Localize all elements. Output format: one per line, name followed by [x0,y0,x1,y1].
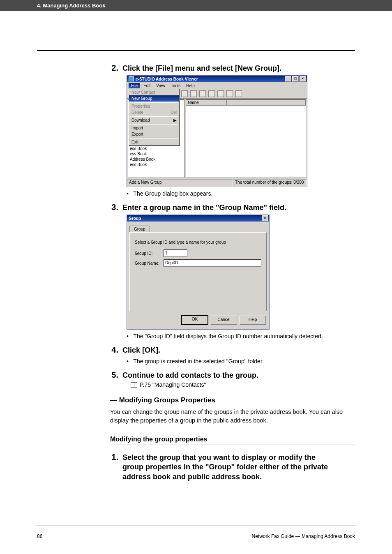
cancel-button[interactable]: Cancel [211,316,237,325]
toolbar-icon[interactable] [181,90,188,97]
step-3-title: Enter a group name in the "Group Name" f… [122,203,286,212]
screenshot-group-dialog: Group × Group Select a Group ID and type… [127,215,270,330]
list-header-name[interactable]: Name [186,100,227,105]
tab-group[interactable]: Group [129,226,150,232]
menu-bar: File Edit View Tools Help New Contact Ne… [127,82,307,89]
step-3: 3. Enter a group name in the "Group Name… [37,203,355,212]
dialog-instruction: Select a Group ID and type a name for yo… [135,240,261,245]
close-button[interactable]: × [300,76,306,82]
step-4-title: Click [OK]. [122,346,160,355]
dialog-titlebar: Group × [127,215,269,222]
tree-item[interactable]: ess Book [130,151,182,157]
list-header-blank[interactable] [227,100,306,105]
file-menu-properties[interactable]: Properties [129,103,179,109]
dialog-title: Group [129,216,141,221]
file-menu-dropdown: New Contact New Group Properties Delete … [129,89,180,145]
toolbar-icon[interactable] [208,90,215,97]
menu-help[interactable]: Help [184,83,197,88]
modify-step-1: 1. Select the group that you want to dis… [37,452,355,482]
step-4: 4. Click [OK]. [37,345,355,355]
list-header-row: Name [186,100,306,106]
section-subtitle: Modifying the group properties [110,436,355,445]
tab-panel: Select a Group ID and type a name for yo… [129,232,267,311]
step-5-crossref: P.75 "Managing Contacts" [131,381,355,388]
toolbar-icon[interactable] [199,90,206,97]
file-menu-export[interactable]: Export [129,131,179,137]
step-4-result: • The group is created in the selected "… [127,358,355,365]
step-5-number: 5. [107,370,118,380]
maximize-button[interactable]: □ [292,76,299,82]
step-3-result: • The "Group ID" field displays the Grou… [127,333,355,339]
submenu-arrow-icon: ▶ [173,118,177,122]
dialog-button-row: OK Cancel Help [127,314,269,329]
step-5: 5. Continue to add contacts to the group… [37,370,355,380]
step-4-number: 4. [107,345,118,355]
tab-strip: Group [127,222,269,232]
page-footer: 86 Network Fax Guide — Managing Address … [37,533,355,539]
page-number: 86 [37,533,42,539]
step-5-title: Continue to add contacts to the group. [122,371,258,380]
file-menu-download[interactable]: Download ▶ [129,117,179,123]
bottom-divider [37,526,355,526]
ok-button[interactable]: OK [181,315,208,325]
screenshot-address-book-viewer: e-STUDIO Address Book Viewer _ □ × File … [127,75,307,187]
step-2-result: • The Group dialog box appears. [127,190,355,197]
window-titlebar: e-STUDIO Address Book Viewer _ □ × [127,76,307,82]
group-name-field[interactable]: Dept01 [164,259,261,267]
section-body: You can change the group name of the gro… [110,408,355,425]
file-menu-import[interactable]: Import [129,125,179,131]
file-menu-download-label: Download [131,118,150,122]
file-menu-new-group[interactable]: New Group [129,95,179,102]
menu-edit[interactable]: Edit [141,83,153,88]
toolbar-icon[interactable] [217,90,224,97]
app-icon [129,76,134,81]
step-2-number: 2. [107,63,118,73]
footer-text: Network Fax Guide — Managing Address Boo… [252,533,355,539]
file-menu-new-contact[interactable]: New Contact [129,89,179,95]
group-id-field[interactable]: 1 [164,249,187,257]
menu-file[interactable]: File [129,83,140,88]
minimize-button[interactable]: _ [285,76,291,82]
group-id-label: Group ID: [135,251,164,256]
dialog-close-button[interactable]: × [262,215,268,221]
top-divider [37,50,355,51]
step-3-number: 3. [107,203,118,212]
status-bar: Add a New Group The total number of the … [127,179,307,187]
status-right: The total number of the groups: 0/200 [233,179,307,187]
file-menu-delete-label: Delete [131,110,143,115]
tree-item[interactable]: Address Book [130,157,182,162]
file-menu-delete[interactable]: Delete Del [129,109,179,115]
toolbar-icon[interactable] [235,90,242,97]
tree-item[interactable]: ess Book [130,146,182,151]
modify-step-1-title: Select the group that you want to displa… [122,453,336,482]
help-button[interactable]: Help [240,316,266,325]
step-2: 2. Click the [File] menu and select [New… [37,63,355,73]
toolbar-icon[interactable] [190,90,197,97]
file-menu-delete-accel: Del [171,110,177,115]
window-title: e-STUDIO Address Book Viewer [136,77,198,81]
crossref-text: P.75 "Managing Contacts" [140,381,206,388]
toolbar-icon[interactable] [226,90,233,97]
section-title: — Modifying Groups Properties [110,396,355,404]
list-pane[interactable]: Name [186,99,306,178]
chapter-header: 4. Managing Address Book [0,0,392,11]
modify-step-1-number: 1. [107,452,118,462]
step-2-title: Click the [File] menu and select [New Gr… [122,64,281,73]
status-left: Add a New Group [127,179,233,187]
book-icon [131,382,137,388]
menu-view[interactable]: View [154,83,168,88]
group-name-label: Group Name: [135,261,164,265]
tree-item[interactable]: ess Book [130,162,182,167]
menu-tools[interactable]: Tools [168,83,183,88]
file-menu-exit[interactable]: Exit [129,139,179,145]
